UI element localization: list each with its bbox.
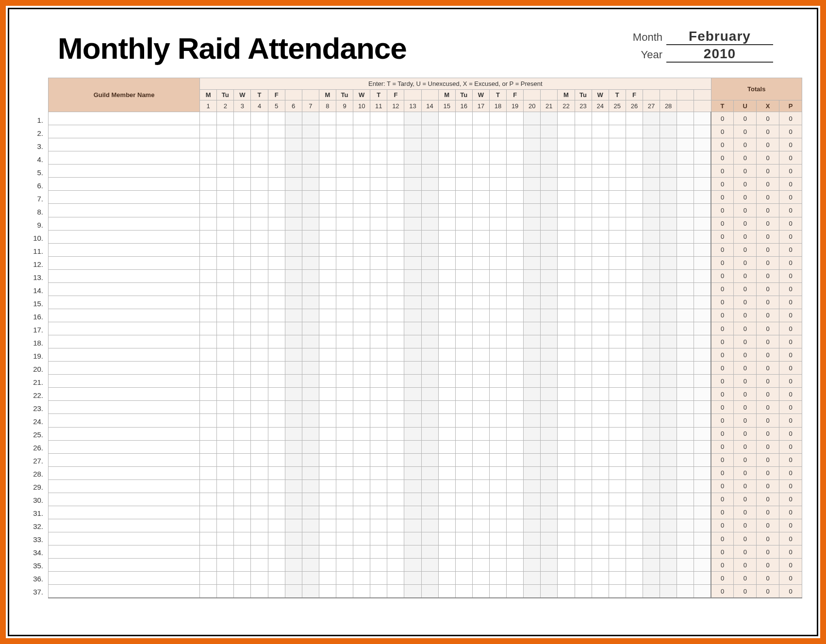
- attendance-cell[interactable]: [319, 296, 336, 309]
- attendance-cell[interactable]: [353, 151, 370, 165]
- attendance-cell[interactable]: [319, 309, 336, 322]
- attendance-cell[interactable]: [660, 217, 677, 230]
- attendance-cell[interactable]: [609, 256, 626, 269]
- attendance-cell[interactable]: [660, 519, 677, 532]
- attendance-cell[interactable]: [353, 466, 370, 479]
- attendance-cell[interactable]: [592, 466, 609, 479]
- attendance-cell[interactable]: [541, 559, 558, 572]
- attendance-cell[interactable]: [575, 401, 592, 414]
- attendance-cell[interactable]: [370, 125, 387, 138]
- attendance-cell[interactable]: [677, 414, 694, 427]
- attendance-cell[interactable]: [489, 138, 506, 151]
- attendance-cell[interactable]: [507, 466, 524, 479]
- attendance-cell[interactable]: [592, 585, 609, 598]
- attendance-cell[interactable]: [353, 414, 370, 427]
- attendance-cell[interactable]: [302, 466, 319, 479]
- attendance-cell[interactable]: [302, 230, 319, 243]
- attendance-cell[interactable]: [336, 479, 353, 493]
- attendance-cell[interactable]: [677, 112, 694, 125]
- attendance-cell[interactable]: [575, 125, 592, 138]
- attendance-cell[interactable]: [575, 362, 592, 375]
- attendance-cell[interactable]: [609, 401, 626, 414]
- attendance-cell[interactable]: [285, 362, 302, 375]
- attendance-cell[interactable]: [421, 309, 438, 322]
- attendance-cell[interactable]: [455, 414, 472, 427]
- attendance-cell[interactable]: [370, 493, 387, 506]
- attendance-cell[interactable]: [694, 204, 711, 217]
- attendance-cell[interactable]: [353, 572, 370, 585]
- attendance-cell[interactable]: [387, 466, 404, 479]
- attendance-cell[interactable]: [524, 178, 541, 191]
- attendance-cell[interactable]: [643, 296, 660, 309]
- attendance-cell[interactable]: [472, 335, 489, 348]
- attendance-cell[interactable]: [489, 493, 506, 506]
- attendance-cell[interactable]: [541, 466, 558, 479]
- attendance-cell[interactable]: [575, 165, 592, 178]
- attendance-cell[interactable]: [370, 230, 387, 243]
- attendance-cell[interactable]: [677, 151, 694, 165]
- attendance-cell[interactable]: [268, 178, 285, 191]
- attendance-cell[interactable]: [438, 230, 455, 243]
- attendance-cell[interactable]: [285, 506, 302, 519]
- attendance-cell[interactable]: [353, 519, 370, 532]
- attendance-cell[interactable]: [694, 165, 711, 178]
- attendance-cell[interactable]: [302, 559, 319, 572]
- member-name-cell[interactable]: [49, 545, 200, 559]
- attendance-cell[interactable]: [217, 375, 234, 388]
- attendance-cell[interactable]: [558, 427, 575, 440]
- attendance-cell[interactable]: [404, 493, 421, 506]
- attendance-cell[interactable]: [234, 401, 251, 414]
- attendance-cell[interactable]: [404, 440, 421, 453]
- attendance-cell[interactable]: [507, 256, 524, 269]
- attendance-cell[interactable]: [643, 204, 660, 217]
- attendance-cell[interactable]: [507, 138, 524, 151]
- attendance-cell[interactable]: [455, 151, 472, 165]
- attendance-cell[interactable]: [558, 112, 575, 125]
- attendance-cell[interactable]: [609, 191, 626, 204]
- attendance-cell[interactable]: [421, 243, 438, 256]
- attendance-cell[interactable]: [353, 178, 370, 191]
- attendance-cell[interactable]: [575, 572, 592, 585]
- attendance-cell[interactable]: [438, 112, 455, 125]
- attendance-cell[interactable]: [251, 466, 268, 479]
- attendance-cell[interactable]: [575, 269, 592, 282]
- attendance-cell[interactable]: [677, 243, 694, 256]
- attendance-cell[interactable]: [217, 362, 234, 375]
- attendance-cell[interactable]: [285, 348, 302, 362]
- attendance-cell[interactable]: [421, 269, 438, 282]
- attendance-cell[interactable]: [694, 401, 711, 414]
- attendance-cell[interactable]: [438, 519, 455, 532]
- attendance-cell[interactable]: [387, 269, 404, 282]
- attendance-cell[interactable]: [626, 479, 643, 493]
- attendance-cell[interactable]: [507, 388, 524, 401]
- attendance-cell[interactable]: [626, 296, 643, 309]
- attendance-cell[interactable]: [592, 427, 609, 440]
- attendance-cell[interactable]: [285, 230, 302, 243]
- attendance-cell[interactable]: [302, 375, 319, 388]
- member-name-cell[interactable]: [49, 335, 200, 348]
- attendance-cell[interactable]: [524, 440, 541, 453]
- attendance-cell[interactable]: [541, 178, 558, 191]
- attendance-cell[interactable]: [541, 585, 558, 598]
- attendance-cell[interactable]: [677, 269, 694, 282]
- attendance-cell[interactable]: [370, 217, 387, 230]
- attendance-cell[interactable]: [694, 453, 711, 466]
- attendance-cell[interactable]: [489, 375, 506, 388]
- attendance-cell[interactable]: [251, 493, 268, 506]
- attendance-cell[interactable]: [558, 269, 575, 282]
- attendance-cell[interactable]: [643, 112, 660, 125]
- attendance-cell[interactable]: [489, 191, 506, 204]
- attendance-cell[interactable]: [455, 362, 472, 375]
- attendance-cell[interactable]: [268, 138, 285, 151]
- attendance-cell[interactable]: [541, 414, 558, 427]
- attendance-cell[interactable]: [234, 322, 251, 335]
- attendance-cell[interactable]: [268, 335, 285, 348]
- attendance-cell[interactable]: [489, 466, 506, 479]
- attendance-cell[interactable]: [438, 309, 455, 322]
- attendance-cell[interactable]: [575, 335, 592, 348]
- attendance-cell[interactable]: [507, 243, 524, 256]
- attendance-cell[interactable]: [319, 545, 336, 559]
- attendance-cell[interactable]: [302, 178, 319, 191]
- attendance-cell[interactable]: [251, 414, 268, 427]
- attendance-cell[interactable]: [694, 479, 711, 493]
